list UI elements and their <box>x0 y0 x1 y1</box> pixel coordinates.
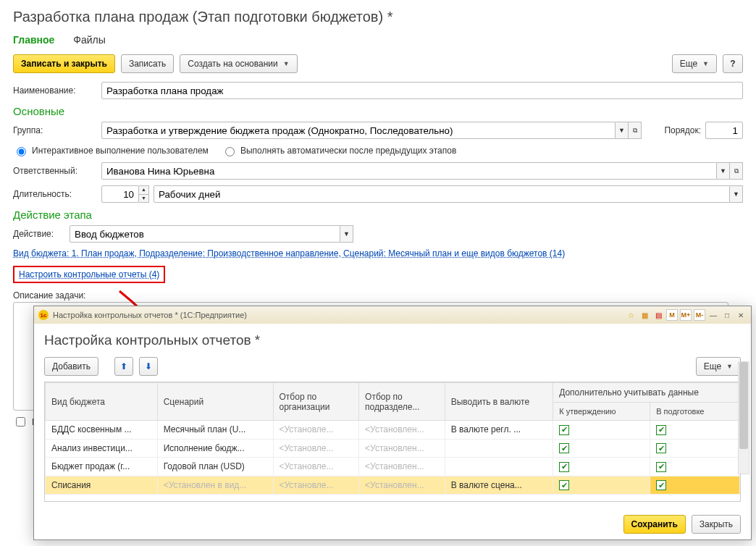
create-based-label: Создать на основании <box>188 59 278 69</box>
group-dropdown-button[interactable]: ▼ <box>616 122 629 139</box>
help-button[interactable]: ? <box>723 54 743 73</box>
checkbox-icon[interactable]: ✔ <box>559 443 569 453</box>
table-cell[interactable]: <Установлен в вид... <box>157 476 273 495</box>
table-row[interactable]: БДДС косвенным ...Месячный план (U...<Ус… <box>46 421 740 440</box>
duration-input[interactable] <box>101 185 139 203</box>
minimize-button[interactable]: — <box>707 309 719 321</box>
calendar-icon[interactable]: ▤ <box>652 309 664 321</box>
close-button[interactable]: ✕ <box>735 309 747 321</box>
save-close-button[interactable]: Записать и закрыть <box>13 54 115 73</box>
responsible-open-button[interactable]: ⧉ <box>730 162 743 180</box>
group-open-button[interactable]: ⧉ <box>629 122 642 139</box>
radio-auto[interactable]: Выполнять автоматически после предыдущих… <box>222 145 456 156</box>
add-button[interactable]: Добавить <box>44 357 98 376</box>
table-row[interactable]: Анализ инвестици...Исполнение бюдж...<Ус… <box>46 439 740 458</box>
checkbox-icon[interactable]: ✔ <box>656 462 666 472</box>
duration-unit-select[interactable] <box>154 185 730 203</box>
modal-more-button[interactable]: Еще ▼ <box>696 357 741 376</box>
table-cell[interactable]: <Установлен... <box>359 439 445 458</box>
group-input[interactable] <box>101 122 616 139</box>
table-cell-check[interactable]: ✔ <box>553 439 650 458</box>
table-cell[interactable]: Бюджет продаж (г... <box>46 458 158 476</box>
maximize-button[interactable]: □ <box>721 309 733 321</box>
table-cell-check[interactable]: ✔ <box>553 421 650 440</box>
col-budget-type[interactable]: Вид бюджета <box>46 383 158 421</box>
table-cell-check[interactable]: ✔ <box>650 439 740 458</box>
table-cell-check[interactable]: ✔ <box>553 476 650 495</box>
table-cell[interactable]: <Установлен... <box>359 421 445 440</box>
configure-reports-link[interactable]: Настроить контрольные отчеты (4) <box>19 269 159 280</box>
radio-interactive[interactable]: Интерактивное выполнение пользователем <box>13 145 209 156</box>
modal-close-button[interactable]: Закрыть <box>692 515 741 534</box>
table-cell[interactable]: Списания <box>46 476 158 495</box>
col-scenario[interactable]: Сценарий <box>157 383 273 421</box>
table-cell[interactable]: <Установлен... <box>359 458 445 476</box>
checkbox-icon[interactable]: ✔ <box>559 480 569 490</box>
table-cell-check[interactable]: ✔ <box>650 476 740 495</box>
table-cell[interactable] <box>445 439 553 458</box>
col-org-filter[interactable]: Отбор по организации <box>273 383 359 421</box>
reports-table[interactable]: Вид бюджета Сценарий Отбор по организаци… <box>44 382 741 502</box>
table-cell[interactable]: БДДС косвенным ... <box>46 421 158 440</box>
table-cell-check[interactable]: ✔ <box>650 458 740 476</box>
move-up-button[interactable]: ⬆ <box>114 357 133 376</box>
modal-save-button[interactable]: Сохранить <box>623 515 686 534</box>
m-minus-button[interactable]: M- <box>694 309 705 321</box>
table-cell[interactable]: <Установле... <box>273 458 359 476</box>
modal-scrollbar[interactable] <box>738 361 749 474</box>
m-button[interactable]: M <box>666 309 678 321</box>
spin-down-icon[interactable]: ▼ <box>139 195 148 203</box>
duration-unit-dropdown-button[interactable]: ▼ <box>730 185 743 203</box>
checkbox-icon[interactable]: ✔ <box>559 425 569 435</box>
table-cell[interactable]: Месячный план (U... <box>157 421 273 440</box>
table-cell[interactable]: <Установле... <box>273 439 359 458</box>
radio-auto-input[interactable] <box>225 147 235 156</box>
table-cell[interactable]: <Установлен... <box>359 476 445 495</box>
responsible-dropdown-button[interactable]: ▼ <box>717 162 730 180</box>
checkbox-icon[interactable]: ✔ <box>656 480 666 490</box>
col-additional[interactable]: Дополнительно учитывать данные <box>553 383 740 403</box>
table-cell[interactable] <box>445 458 553 476</box>
table-cell[interactable]: В валюте сцена... <box>445 476 553 495</box>
checkbox-icon[interactable]: ✔ <box>656 443 666 453</box>
checkbox-icon[interactable]: ✔ <box>656 425 666 435</box>
caret-down-icon: ▼ <box>283 60 290 67</box>
hidden-checkbox[interactable] <box>16 417 25 427</box>
table-row[interactable]: Бюджет продаж (г...Годовой план (USD)<Ус… <box>46 458 740 476</box>
save-button[interactable]: Записать <box>121 54 174 73</box>
table-cell[interactable]: Анализ инвестици... <box>46 439 158 458</box>
favorite-icon[interactable]: ☆ <box>625 309 637 321</box>
duration-spinner[interactable]: ▲ ▼ <box>139 185 149 203</box>
col-currency[interactable]: Выводить в валюте <box>445 383 553 421</box>
create-based-button[interactable]: Создать на основании ▼ <box>180 54 297 73</box>
table-cell-check[interactable]: ✔ <box>553 458 650 476</box>
action-dropdown-button[interactable]: ▼ <box>340 225 353 243</box>
radio-interactive-label: Интерактивное выполнение пользователем <box>32 146 209 156</box>
checkbox-icon[interactable]: ✔ <box>559 462 569 472</box>
scrollbar-thumb[interactable] <box>739 362 748 449</box>
col-approval[interactable]: К утверждению <box>553 403 650 421</box>
order-input[interactable] <box>705 122 743 139</box>
budget-type-link[interactable]: Вид бюджета: 1. План продаж, Подразделен… <box>13 248 565 259</box>
table-icon[interactable]: ▦ <box>639 309 650 321</box>
col-preparation[interactable]: В подготовке <box>650 403 740 421</box>
table-cell[interactable]: Исполнение бюдж... <box>157 439 273 458</box>
radio-interactive-input[interactable] <box>17 147 26 156</box>
table-cell[interactable]: <Установле... <box>273 421 359 440</box>
modal-titlebar[interactable]: 1c Настройка контрольных отчетов * (1С:П… <box>34 306 751 324</box>
more-button[interactable]: Еще ▼ <box>672 54 717 73</box>
tab-main[interactable]: Главное <box>13 33 54 47</box>
move-down-button[interactable]: ⬇ <box>139 357 158 376</box>
name-input[interactable] <box>101 82 743 99</box>
responsible-input[interactable] <box>101 162 717 180</box>
spin-up-icon[interactable]: ▲ <box>139 186 148 195</box>
tab-files[interactable]: Файлы <box>73 33 105 47</box>
m-plus-button[interactable]: M+ <box>680 309 692 321</box>
action-select[interactable] <box>70 225 340 243</box>
col-dept-filter[interactable]: Отбор по подразделе... <box>359 383 445 421</box>
table-row[interactable]: Списания<Установлен в вид...<Установле..… <box>46 476 740 495</box>
table-cell[interactable]: <Установле... <box>273 476 359 495</box>
table-cell-check[interactable]: ✔ <box>650 421 740 440</box>
table-cell[interactable]: Годовой план (USD) <box>157 458 273 476</box>
table-cell[interactable]: В валюте регл. ... <box>445 421 553 440</box>
